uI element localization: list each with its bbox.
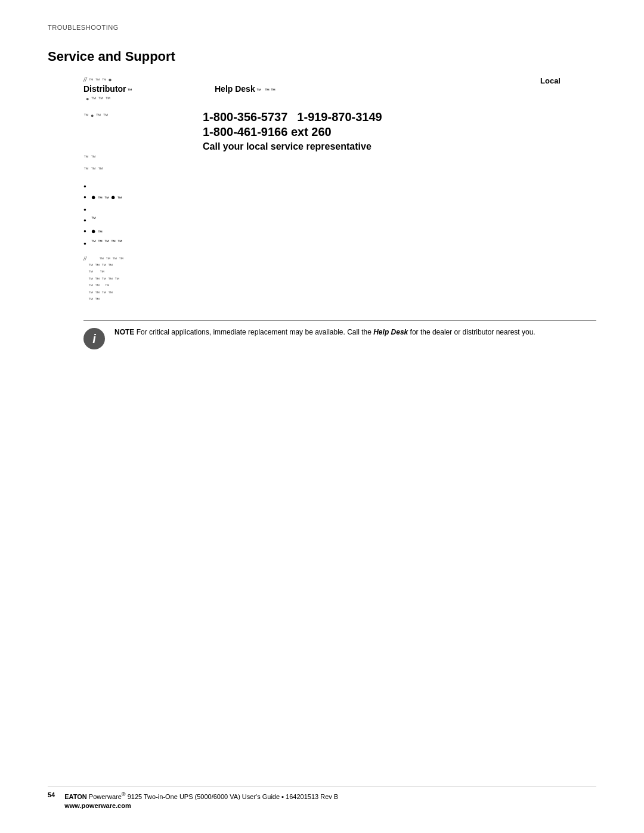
tm-row-3: ™ ™ ™ (83, 166, 596, 172)
tm-z2: ™ (100, 270, 104, 275)
tm-cc3: ™ (101, 290, 106, 296)
bullet-icon-1: ● (83, 182, 86, 189)
bullet-icon-2: ● (83, 193, 86, 200)
contact-row-6: ™ ™ ™ ™ (88, 290, 596, 296)
tm-r: ™ (98, 230, 103, 235)
footer-content: 54 EATON Powerware® 9125 Two-in-One UPS … (48, 791, 596, 809)
distributor-header: Distributor (83, 84, 126, 94)
tm-n: ™ (98, 196, 103, 201)
tm-t: ™ (98, 239, 103, 244)
tm-bb1: ™ (88, 283, 93, 289)
bullet-2-sub: ● (91, 193, 96, 202)
bullet-2: ● (91, 113, 94, 119)
tm-aa3: ™ (101, 277, 106, 282)
phone-left-tms: ™ ● ™ ™ (83, 110, 203, 119)
tm-g: ™ (95, 113, 101, 119)
contact-row-3: ™ ™ (88, 270, 596, 275)
tm-f: ™ (83, 113, 89, 119)
spacer2 (95, 270, 98, 275)
page-title: Service and Support (48, 49, 596, 64)
tm-aa5: ™ (114, 277, 119, 282)
tm-i: ™ (83, 154, 89, 160)
tm-x2: ™ (106, 256, 110, 262)
list-item: ● (83, 205, 596, 212)
tm-h: ™ (103, 113, 108, 119)
tm-s: ™ (91, 239, 96, 244)
list-item-content-6: ™ ™ ™ ™ ™ (91, 239, 122, 244)
tm-e: ™ (105, 96, 110, 102)
tm-aa4: ™ (108, 277, 113, 282)
list-item: ● ● ™ (83, 227, 596, 236)
footer-url: www.powerware.com (64, 802, 338, 809)
tm-v: ™ (111, 239, 116, 244)
phone-number-3: 1-800-461-9166 ext 260 (203, 125, 596, 139)
italic-prefix: // (83, 76, 87, 83)
tm-k: ™ (83, 166, 89, 172)
column-headers-row: Distributor ™ Help Desk ™ ™ ™ (83, 84, 596, 94)
list-item: ● ● ™ ™ ● ™ (83, 193, 596, 202)
tm-j: ™ (91, 154, 96, 160)
italic-marker: // (83, 256, 86, 262)
helpdesk-note-label: Help Desk (373, 328, 408, 336)
tm-x1: ™ (99, 256, 104, 262)
bullet-icon-4: ● (83, 216, 86, 223)
info-icon: i (83, 328, 105, 349)
bullet-marker: ● (109, 76, 112, 83)
tm-d: ™ (98, 96, 103, 102)
spacer3 (101, 283, 103, 289)
tm-p: ™ (117, 196, 122, 201)
tm-row-below-phones: ™ ™ (83, 154, 596, 160)
footer: 54 EATON Powerware® 9125 Two-in-One UPS … (48, 786, 596, 809)
tm-l: ™ (91, 166, 96, 172)
contact-row-1: // ™ ™ ™ ™ (83, 256, 596, 262)
tm-marker-2: ™ (95, 78, 100, 83)
tm-a: ™ (265, 88, 270, 93)
bullet-icon-5: ● (83, 227, 86, 234)
tm-w: ™ (117, 239, 122, 244)
tm-dd2: ™ (95, 297, 100, 302)
footer-page-number: 54 (48, 791, 55, 798)
note-text: NOTE For critical applications, immediat… (114, 327, 535, 337)
footer-brand: EATON Powerware® 9125 Two-in-One UPS (50… (64, 793, 338, 800)
phone-row-1: ™ ● ™ ™ 1-800-356-5737 1-919-870-3149 1-… (83, 110, 596, 152)
tm-x3: ™ (112, 256, 117, 262)
tm-u: ™ (104, 239, 109, 244)
contact-row-4: ™ ™ ™ ™ ™ (88, 277, 596, 282)
tm-cc2: ™ (95, 290, 100, 296)
phone-numbers-block: 1-800-356-5737 1-919-870-3149 1-800-461-… (203, 110, 596, 152)
tm-aa1: ™ (88, 277, 93, 282)
header-description-row: // ™ ™ ™ ● Local (83, 76, 596, 83)
bullet-list-section: ● ● ● ™ ™ ● ™ ● (83, 182, 596, 246)
bullet-icon-3: ● (83, 205, 86, 212)
note-text-1: For critical applications, immediate rep… (134, 328, 373, 336)
tm-o: ™ (104, 196, 109, 201)
tm-m: ™ (98, 166, 103, 172)
sub-tm-row-1: ● ™ ™ ™ (83, 96, 596, 102)
phone-number-1: 1-800-356-5737 (203, 110, 287, 124)
tm-dd1: ™ (88, 297, 93, 302)
bullet-5a: ● (91, 227, 96, 236)
tm-cc1: ™ (88, 290, 93, 296)
tm-y1: ™ (88, 263, 93, 268)
tm-row-left: ™ ™ (83, 154, 203, 160)
tm-aa2: ™ (95, 277, 100, 282)
tm-bb3: ™ (105, 283, 110, 289)
tm-y3: ™ (101, 263, 106, 268)
contact-row-7: ™ ™ (88, 297, 596, 302)
helpdesk-tm: ™ (256, 88, 261, 93)
note-label: NOTE (114, 328, 134, 336)
distributor-tm: ™ (128, 88, 132, 93)
list-item-content-5: ● ™ (91, 227, 103, 236)
tm-b: ™ (271, 88, 275, 93)
note-text-2: for the dealer or distributor nearest yo… (408, 328, 535, 336)
bullet-2b: ● (111, 193, 116, 202)
tm-marker-3: ™ (102, 78, 107, 83)
local-column-header: Local (540, 76, 561, 85)
note-section: i NOTE For critical applications, immedi… (83, 320, 596, 349)
tm-bb2: ™ (95, 283, 100, 289)
contact-row-2: ™ ™ ™ ™ (88, 263, 596, 268)
page-container: TROUBLESHOOTING Service and Support // ™… (0, 0, 644, 833)
list-item-content-2: ● ™ ™ ● ™ (91, 193, 122, 202)
contact-tm-section: // ™ ™ ™ ™ ™ ™ ™ ™ ™ ™ ™ ™ ™ (83, 256, 596, 302)
tm-q: ™ (91, 216, 96, 221)
